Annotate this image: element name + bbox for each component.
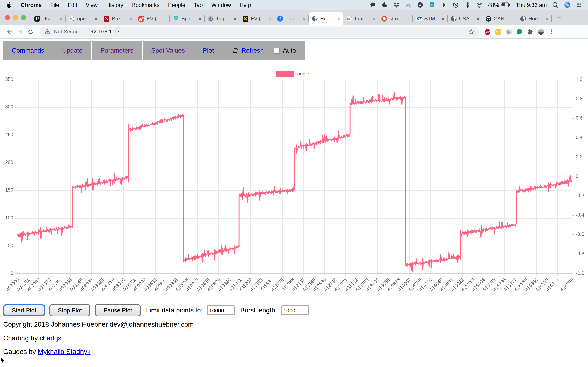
address-bar[interactable]: Not Secure 192.168.1.13 <box>39 26 479 37</box>
tab-title: EV ( <box>147 16 162 22</box>
nav-link-update[interactable]: Update <box>62 47 83 54</box>
tab-close-icon[interactable]: × <box>233 16 236 21</box>
start-plot-button[interactable]: Start Plot <box>3 304 45 317</box>
spotlight-icon[interactable] <box>552 2 559 8</box>
react-devtools-extension-icon[interactable] <box>506 28 512 35</box>
siri-icon[interactable] <box>564 2 571 8</box>
nav-link-plot[interactable]: Plot <box>203 47 214 54</box>
browser-tab-10[interactable]: Lex× <box>343 13 378 25</box>
burst-input[interactable] <box>281 305 309 315</box>
browser-tab-12[interactable]: STSTM× <box>413 13 448 25</box>
stop-plot-button[interactable]: Stop Plot <box>49 304 90 317</box>
tab-close-icon[interactable]: × <box>476 16 479 21</box>
tab-close-icon[interactable]: × <box>372 16 375 21</box>
browser-tab-7[interactable]: EV (× <box>239 13 274 25</box>
browser-tab-5[interactable]: Spo× <box>170 13 205 25</box>
menu-history[interactable]: History <box>106 2 123 8</box>
tab-close-icon[interactable]: × <box>164 16 167 21</box>
browser-tab-15[interactable]: Hue× <box>517 13 552 25</box>
apple-menu-icon[interactable] <box>6 2 12 8</box>
browser-tab-4[interactable]: EV (× <box>135 13 170 25</box>
facebook-favicon <box>277 16 283 22</box>
zoom-window-button[interactable] <box>21 15 26 20</box>
pause-plot-button[interactable]: Pause Plot <box>95 304 141 317</box>
url-text[interactable]: 192.168.1.13 <box>87 29 465 35</box>
tab-close-icon[interactable]: × <box>60 16 63 21</box>
lastpass-extension-icon[interactable] <box>495 28 502 35</box>
page-footer: Copyright 2018 Johannes Huebner dev@joha… <box>3 320 194 361</box>
abp-extension-icon[interactable]: ABP <box>484 28 491 35</box>
tab-title: EV ( <box>251 16 266 22</box>
chrome-menu-button[interactable] <box>548 28 555 35</box>
menu-view[interactable]: View <box>86 2 98 8</box>
new-tab-button[interactable]: + <box>553 12 565 24</box>
tab-close-icon[interactable]: × <box>546 16 549 21</box>
menu-app-name[interactable]: Chrome <box>21 2 42 8</box>
flux-icon[interactable] <box>441 2 447 8</box>
chartjs-link[interactable]: chart.js <box>40 334 61 342</box>
plot-controls: Start PlotStop PlotPause Plot Limit data… <box>3 304 309 317</box>
close-window-button[interactable] <box>5 15 10 20</box>
chrome-toolbar: Not Secure 192.168.1.13 ABP <box>0 25 588 39</box>
menu-file[interactable]: File <box>50 2 59 8</box>
browser-tab-1[interactable]: Use× <box>31 13 66 25</box>
profile-avatar[interactable] <box>538 28 544 35</box>
deepl-icon[interactable]: D <box>429 2 435 8</box>
browser-tab-6[interactable]: Tog× <box>205 13 239 25</box>
reload-button[interactable] <box>25 26 36 37</box>
menu-bookmarks[interactable]: Bookmarks <box>132 2 159 8</box>
hangouts-extension-icon[interactable] <box>516 28 523 35</box>
refresh-cycle-icon <box>232 47 238 54</box>
wifi-icon[interactable] <box>476 2 483 8</box>
tab-close-icon[interactable]: × <box>199 16 202 21</box>
check-circle-icon[interactable] <box>417 2 424 8</box>
macos-menu-bar: Chrome FileEditViewHistoryBookmarksPeopl… <box>0 0 588 10</box>
angle-line-chart <box>0 67 588 302</box>
tab-close-icon[interactable]: × <box>442 16 445 21</box>
browser-tab-2[interactable]: ope× <box>66 13 100 25</box>
menu-people[interactable]: People <box>168 2 185 8</box>
speech-balloon-icon[interactable] <box>370 2 376 8</box>
notification-center-icon[interactable] <box>576 2 582 8</box>
tab-close-icon[interactable]: × <box>129 16 132 21</box>
time-machine-icon[interactable] <box>452 2 459 8</box>
nav-link-commands[interactable]: Commands <box>12 47 44 54</box>
menu-help[interactable]: Help <box>240 2 251 8</box>
tab-close-icon[interactable]: × <box>337 16 341 21</box>
nav-link-spot-values[interactable]: Spot Values <box>151 47 185 54</box>
kanban-dark-favicon <box>34 16 40 22</box>
tab-close-icon[interactable]: × <box>407 16 410 21</box>
alfred-icon[interactable] <box>405 2 412 8</box>
tab-close-icon[interactable]: × <box>268 16 271 21</box>
puzzle-extension-icon[interactable] <box>527 28 533 35</box>
forward-button[interactable] <box>15 26 25 37</box>
bluetooth-icon[interactable] <box>464 2 471 8</box>
browser-tab-11[interactable]: stm× <box>378 13 413 25</box>
dropbox-icon[interactable] <box>393 2 400 8</box>
reload-icon <box>27 28 34 35</box>
not-secure-warning-icon[interactable] <box>44 28 51 35</box>
browser-tab-13[interactable]: USA× <box>448 13 482 25</box>
bookmark-star-icon[interactable] <box>468 28 475 35</box>
minimize-window-button[interactable] <box>13 15 18 20</box>
back-button[interactable] <box>4 26 15 37</box>
tab-close-icon[interactable]: × <box>95 16 98 21</box>
tab-close-icon[interactable]: × <box>511 16 514 21</box>
browser-tab-14[interactable]: CAN× <box>482 13 517 25</box>
docker-icon[interactable] <box>381 2 388 8</box>
menu-window[interactable]: Window <box>211 2 231 8</box>
menu-tab[interactable]: Tab <box>194 2 203 8</box>
svg-text:b: b <box>105 16 108 21</box>
stadnyk-link[interactable]: Mykhailo Stadnyk <box>38 348 91 355</box>
auto-checkbox[interactable] <box>274 48 280 54</box>
browser-tab-9-active[interactable]: Hue× <box>309 12 343 25</box>
browser-tab-3[interactable]: bBre× <box>100 13 135 25</box>
menubar-clock[interactable]: Thu 9:33 am <box>516 2 547 8</box>
battery-icon[interactable] <box>501 2 510 8</box>
limit-input[interactable] <box>207 305 235 315</box>
browser-tab-8[interactable]: Fac× <box>274 13 309 25</box>
tab-close-icon[interactable]: × <box>303 16 306 21</box>
nav-link-refresh[interactable]: Refresh <box>242 47 264 54</box>
nav-link-parameters[interactable]: Parameters <box>100 47 133 54</box>
menu-edit[interactable]: Edit <box>68 2 77 8</box>
